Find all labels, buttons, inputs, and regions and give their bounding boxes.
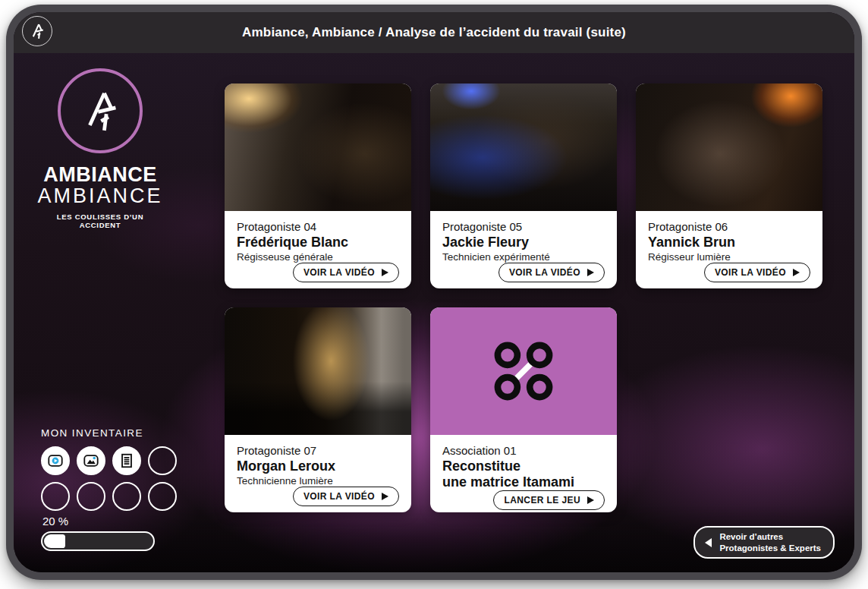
voir-la-video-button[interactable]: VOIR LA VIDÉO <box>293 487 399 506</box>
back-button-line2: Protagonistes & Experts <box>719 543 821 553</box>
brand-subtitle: LES COULISSES D’UN ACCIDENT <box>36 213 164 229</box>
inventory-slot-empty <box>148 482 177 511</box>
card-protagoniste-07: Protagoniste 07 Morgan Leroux Technicien… <box>225 307 411 512</box>
card-eyebrow: Protagoniste 07 <box>237 444 399 458</box>
inventory-slot-empty <box>148 446 177 475</box>
inventory-slot-empty <box>112 482 141 511</box>
page-title: Ambiance, Ambiance / Analyse de l’accide… <box>242 25 626 40</box>
card-role: Technicienne lumière <box>237 475 399 487</box>
card-name: Jackie Fleury <box>442 235 605 250</box>
photo-jackie-fleury <box>430 83 617 211</box>
card-title-line2: une matrice Itamami <box>442 474 605 490</box>
play-icon <box>793 269 800 276</box>
brand-title-line1: AMBIANCE <box>36 164 164 185</box>
card-name: Morgan Leroux <box>237 458 399 474</box>
inventory-grid <box>41 446 177 511</box>
card-name: Yannick Brun <box>648 235 810 250</box>
back-button-line1: Revoir d’autres <box>719 532 783 541</box>
brand-title-line2: AMBIANCE <box>36 185 164 208</box>
ambiance-logo-icon <box>74 85 126 137</box>
video-icon <box>47 452 64 469</box>
brand-block: AMBIANCE AMBIANCE LES COULISSES D’UN ACC… <box>36 68 164 229</box>
card-name: Frédérique Blanc <box>237 235 399 250</box>
card-role: Régisseuse générale <box>237 251 399 263</box>
brand-logo-circle <box>58 68 143 153</box>
play-icon <box>587 496 594 504</box>
lancer-le-jeu-button[interactable]: LANCER LE JEU <box>493 490 605 510</box>
photo-frederique-blanc <box>225 83 411 211</box>
progress-fill <box>44 534 65 548</box>
app-screen: Ambiance, Ambiance / Analyse de l’accide… <box>14 12 854 572</box>
voir-la-video-button[interactable]: VOIR LA VIDÉO <box>293 263 399 282</box>
voir-la-video-button[interactable]: VOIR LA VIDÉO <box>498 263 605 282</box>
home-logo-button[interactable] <box>22 16 52 46</box>
tablet-frame: Ambiance, Ambiance / Analyse de l’accide… <box>6 5 862 580</box>
card-protagoniste-04: Protagoniste 04 Frédérique Blanc Régisse… <box>225 83 411 288</box>
inventory-slot-empty <box>77 482 105 511</box>
matrix-four-circles-icon <box>487 335 560 408</box>
progress-section: 20 % <box>41 515 155 551</box>
card-association-01: Association 01 Reconstitue une matrice I… <box>430 307 617 512</box>
card-eyebrow: Protagoniste 06 <box>648 220 810 235</box>
progress-label: 20 % <box>42 515 155 528</box>
voir-la-video-button[interactable]: VOIR LA VIDÉO <box>704 263 810 282</box>
inventory-slot-video[interactable] <box>41 446 70 475</box>
card-protagoniste-05: Protagoniste 05 Jackie Fleury Technicien… <box>430 83 617 288</box>
card-title-line1: Reconstitue <box>442 458 605 474</box>
inventory-panel: MON INVENTAIRE <box>41 427 177 511</box>
card-protagoniste-06: Protagoniste 06 Yannick Brun Régisseur l… <box>636 83 822 288</box>
card-role: Régisseur lumière <box>648 251 810 263</box>
cards-grid: Protagoniste 04 Frédérique Blanc Régisse… <box>225 83 822 512</box>
card-eyebrow: Protagoniste 05 <box>442 220 605 235</box>
inventory-slot-image[interactable] <box>77 446 105 475</box>
card-role: Technicien expérimenté <box>442 251 605 263</box>
photo-yannick-brun <box>636 83 822 211</box>
play-icon <box>382 269 388 276</box>
play-icon <box>587 269 594 276</box>
photo-morgan-leroux <box>225 307 411 435</box>
progress-bar <box>41 531 155 551</box>
inventory-slot-document[interactable] <box>112 446 141 475</box>
top-bar: Ambiance, Ambiance / Analyse de l’accide… <box>14 12 854 53</box>
card-eyebrow: Protagoniste 04 <box>237 220 399 235</box>
inventory-label: MON INVENTAIRE <box>41 427 177 439</box>
back-arrow-icon <box>705 538 712 547</box>
document-icon <box>118 452 135 469</box>
ambiance-logo-icon <box>27 21 47 41</box>
card-eyebrow: Association 01 <box>442 444 605 458</box>
inventory-slot-empty <box>41 482 70 511</box>
revoir-protagonistes-button[interactable]: Revoir d’autres Protagonistes & Experts <box>693 526 835 559</box>
association-illustration <box>430 307 617 435</box>
image-icon <box>83 452 99 469</box>
play-icon <box>382 493 388 500</box>
